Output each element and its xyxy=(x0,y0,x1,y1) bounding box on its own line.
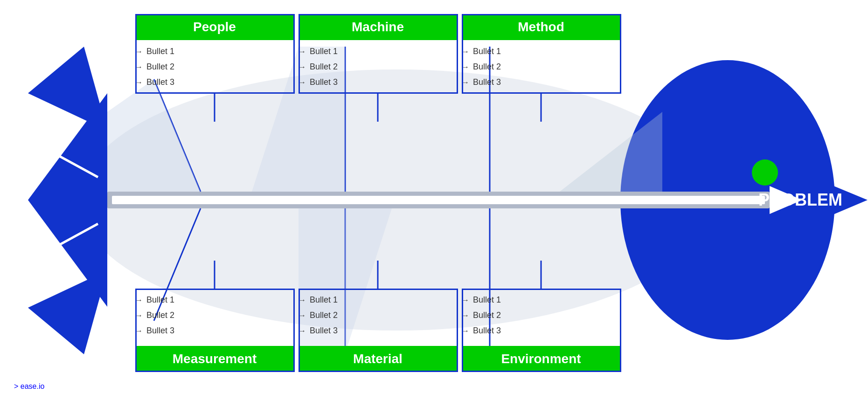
diagram-container: People →Bullet 1 →Bullet 2 →Bullet 3 Mac… xyxy=(0,0,868,400)
environment-bullet-3: →Bullet 3 xyxy=(462,323,620,338)
machine-connector xyxy=(377,94,379,122)
method-bullet-1: →Bullet 1 xyxy=(462,44,620,59)
machine-border-bottom xyxy=(299,92,457,94)
material-bullet-1: →Bullet 1 xyxy=(299,292,457,308)
environment-border-top xyxy=(462,289,620,290)
material-border-right xyxy=(457,289,458,372)
material-border-bottom xyxy=(299,371,457,372)
people-label: People xyxy=(135,14,294,40)
machine-border-top xyxy=(299,14,457,15)
measurement-bullets: →Bullet 1 →Bullet 2 →Bullet 3 xyxy=(135,289,294,342)
people-bullet-1: →Bullet 1 xyxy=(135,44,294,59)
measurement-label: Measurement xyxy=(135,346,294,372)
machine-bullet-2: →Bullet 2 xyxy=(299,59,457,75)
people-border-bottom xyxy=(135,92,294,94)
method-label: Method xyxy=(462,14,620,40)
measurement-border-top xyxy=(135,289,294,290)
people-connector xyxy=(214,94,215,122)
svg-marker-2 xyxy=(28,47,107,131)
material-label: Material xyxy=(299,346,457,372)
measurement-bottom-section: →Bullet 1 →Bullet 2 →Bullet 3 Measuremen… xyxy=(135,289,294,372)
environment-bottom-section: →Bullet 1 →Bullet 2 →Bullet 3 Environmen… xyxy=(462,289,620,372)
people-border-top xyxy=(135,14,294,15)
people-border-left xyxy=(135,14,137,94)
measurement-border-right xyxy=(293,289,295,372)
environment-connector xyxy=(541,261,542,289)
svg-marker-3 xyxy=(28,270,107,354)
machine-label: Machine xyxy=(299,14,457,40)
environment-bullet-2: →Bullet 2 xyxy=(462,308,620,323)
method-connector xyxy=(541,94,542,122)
method-top-section: Method →Bullet 1 →Bullet 2 →Bullet 3 xyxy=(462,14,620,94)
method-border-top xyxy=(462,14,620,15)
material-connector xyxy=(377,261,379,289)
material-border-left xyxy=(299,289,300,372)
method-bullets: →Bullet 1 →Bullet 2 →Bullet 3 xyxy=(462,40,620,94)
method-border-left xyxy=(462,14,463,94)
machine-bullet-3: →Bullet 3 xyxy=(299,75,457,90)
people-bullet-3: →Bullet 3 xyxy=(135,75,294,90)
measurement-bullet-1: →Bullet 1 xyxy=(135,292,294,308)
environment-border-left xyxy=(462,289,463,372)
material-bullet-3: →Bullet 3 xyxy=(299,323,457,338)
people-border-right xyxy=(293,14,295,94)
environment-bullets: →Bullet 1 →Bullet 2 →Bullet 3 xyxy=(462,289,620,342)
measurement-border-bottom xyxy=(135,371,294,372)
method-bullet-3: →Bullet 3 xyxy=(462,75,620,90)
method-border-bottom xyxy=(462,92,620,94)
measurement-border-left xyxy=(135,289,137,372)
measurement-connector xyxy=(214,261,215,289)
method-bullet-2: →Bullet 2 xyxy=(462,59,620,75)
machine-top-section: Machine →Bullet 1 →Bullet 2 →Bullet 3 xyxy=(299,14,457,94)
logo-text: > ease.io xyxy=(14,382,44,391)
machine-bullets: →Bullet 1 →Bullet 2 →Bullet 3 xyxy=(299,40,457,94)
problem-text: PROBLEM xyxy=(758,190,842,210)
material-bullets: →Bullet 1 →Bullet 2 →Bullet 3 xyxy=(299,289,457,342)
method-border-right xyxy=(620,14,621,94)
people-top-section: People →Bullet 1 →Bullet 2 →Bullet 3 xyxy=(135,14,294,94)
material-border-top xyxy=(299,289,457,290)
svg-rect-10 xyxy=(112,196,765,204)
measurement-bullet-3: →Bullet 3 xyxy=(135,323,294,338)
environment-border-right xyxy=(620,289,621,372)
svg-point-8 xyxy=(752,159,778,186)
machine-border-left xyxy=(299,14,300,94)
environment-border-bottom xyxy=(462,371,620,372)
people-bullets: →Bullet 1 →Bullet 2 →Bullet 3 xyxy=(135,40,294,94)
material-bottom-section: →Bullet 1 →Bullet 2 →Bullet 3 Material xyxy=(299,289,457,372)
material-bullet-2: →Bullet 2 xyxy=(299,308,457,323)
environment-label: Environment xyxy=(462,346,620,372)
measurement-bullet-2: →Bullet 2 xyxy=(135,308,294,323)
svg-marker-1 xyxy=(28,93,107,307)
people-bullet-2: →Bullet 2 xyxy=(135,59,294,75)
machine-bullet-1: →Bullet 1 xyxy=(299,44,457,59)
machine-border-right xyxy=(457,14,458,94)
environment-bullet-1: →Bullet 1 xyxy=(462,292,620,308)
